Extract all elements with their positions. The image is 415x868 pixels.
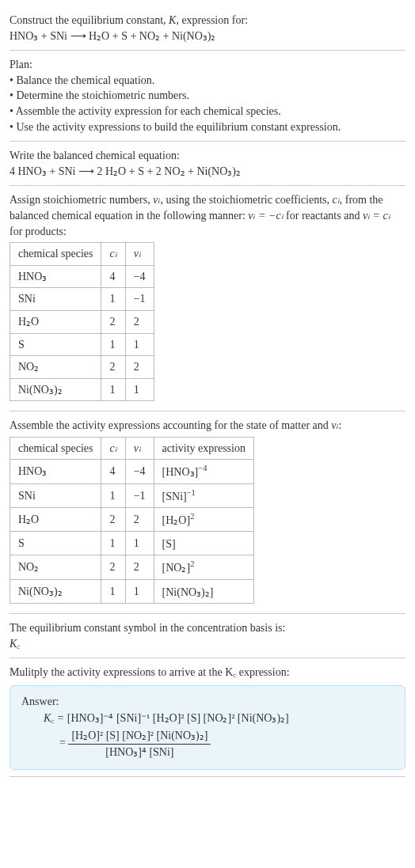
plan-item: • Assemble the activity expression for e… [10,104,405,119]
plan-heading: Plan: [10,57,405,73]
assemble-section: Assemble the activity expressions accoun… [10,411,405,614]
cell: 2 [125,555,154,579]
answer-flat: [HNO₃]⁻⁴ [SNi]⁻¹ [H₂O]² [S] [NO₂]² [Ni(N… [67,712,289,724]
assign-text: Assign stoichiometric numbers, νᵢ, using… [10,192,405,239]
table-row: HNO₃4−4 [10,265,154,288]
balanced-section: Write the balanced chemical equation: 4 … [10,142,405,186]
answer-label: Answer: [21,694,394,710]
assign-t5: for products: [10,226,67,237]
cell: H₂O [10,507,101,531]
assemble-nu: νᵢ [331,419,338,431]
assemble-t2: : [339,419,342,431]
cell: 2 [101,356,125,379]
answer-num: [H₂O]² [S] [NO₂]² [Ni(NO₃)₂] [68,728,211,745]
cell: 1 [101,288,125,311]
cell: 1 [101,579,125,603]
assign-ci: cᵢ [333,194,340,206]
cell: 4 [101,460,125,483]
cell: −1 [125,483,154,507]
expr-base: [HNO₃] [162,466,199,478]
intro-equation: HNO₃ + SNi ⟶ H₂O + S + NO₂ + Ni(NO₃)₂ [10,28,405,44]
intro-k: K [169,14,176,26]
cell: SNi [10,288,101,311]
assign-t4: for reactants and [284,210,363,222]
stoich-table: chemical species cᵢ νᵢ HNO₃4−4 SNi1−1 H₂… [10,242,154,401]
intro-section: Construct the equilibrium constant, K, e… [10,6,405,51]
table-header-row: chemical species cᵢ νᵢ activity expressi… [10,437,254,460]
multiply-section: Mulitply the activity expressions to arr… [10,658,405,777]
th-species: chemical species [10,243,101,266]
expr-sup: −1 [187,488,196,497]
cell: 4 [101,265,125,288]
cell: 1 [125,532,154,555]
cell: Ni(NO₃)₂ [10,579,101,603]
expr-sup: 2 [190,512,194,521]
cell: S [10,333,101,356]
assign-section: Assign stoichiometric numbers, νᵢ, using… [10,186,405,411]
intro-text-1: Construct the equilibrium constant, [10,14,169,26]
assign-rel2: νᵢ = cᵢ [363,210,390,222]
cell: 1 [101,378,125,401]
expr-base: [S] [162,538,176,550]
cell: 1 [125,333,154,356]
table-row: Ni(NO₃)₂11[Ni(NO₃)₂] [10,579,254,603]
assign-t2: , using the stoichiometric coefficients, [160,194,332,206]
cell: H₂O [10,310,101,333]
balanced-equation: 4 HNO₃ + SNi ⟶ 2 H₂O + S + 2 NO₂ + Ni(NO… [10,164,405,180]
cell: [SNi]−1 [154,483,253,507]
cell: [NO₂]2 [154,555,253,579]
table-row: S11 [10,333,154,356]
cell: −1 [125,288,154,311]
cell: NO₂ [10,555,101,579]
table-row: S11[S] [10,532,254,555]
table-row: Ni(NO₃)₂11 [10,378,154,401]
cell: 1 [101,483,125,507]
table-row: SNi1−1 [10,288,154,311]
cell: HNO₃ [10,265,101,288]
cell: −4 [125,265,154,288]
plan-item: • Balance the chemical equation. [10,73,405,89]
expr-base: [SNi] [162,490,187,502]
th-nu: νᵢ [125,243,154,266]
basis-section: The equilibrium constant symbol in the c… [10,614,405,658]
intro-line: Construct the equilibrium constant, K, e… [10,13,405,28]
balanced-intro: Write the balanced chemical equation: [10,148,405,164]
table-header-row: chemical species cᵢ νᵢ [10,243,154,266]
answer-eq2: = [H₂O]² [S] [NO₂]² [Ni(NO₃)₂] [HNO₃]⁴ [… [21,728,394,760]
cell: 2 [125,507,154,531]
cell: 1 [125,579,154,603]
cell: 1 [101,333,125,356]
cell: 2 [101,555,125,579]
th-nu: νᵢ [125,437,154,460]
assemble-t1: Assemble the activity expressions accoun… [10,419,331,431]
table-row: NO₂22 [10,356,154,379]
expr-sup: −4 [198,464,207,472]
cell: S [10,532,101,555]
table-row: H₂O22[H₂O]2 [10,507,254,531]
cell: 1 [101,532,125,555]
cell: NO₂ [10,356,101,379]
cell: [H₂O]2 [154,507,253,531]
cell: 2 [101,507,125,531]
answer-box: Answer: K꜀ = [HNO₃]⁻⁴ [SNi]⁻¹ [H₂O]² [S]… [10,685,405,770]
expr-base: [NO₂] [162,562,191,574]
plan-section: Plan: • Balance the chemical equation. •… [10,51,405,142]
plan-item: • Determine the stoichiometric numbers. [10,88,405,104]
th-activity: activity expression [154,437,253,460]
table-row: NO₂22[NO₂]2 [10,555,254,579]
cell: [Ni(NO₃)₂] [154,579,253,603]
table-row: H₂O22 [10,310,154,333]
cell: −4 [125,460,154,483]
cell: 2 [101,310,125,333]
cell: 1 [125,378,154,401]
cell: [S] [154,532,253,555]
th-ci: cᵢ [101,243,125,266]
basis-symbol: K꜀ [10,636,405,652]
assign-t1: Assign stoichiometric numbers, [10,194,153,206]
table-row: HNO₃4−4[HNO₃]−4 [10,460,254,483]
activity-table: chemical species cᵢ νᵢ activity expressi… [10,437,254,604]
th-ci: cᵢ [101,437,125,460]
cell: 2 [125,356,154,379]
intro-text-1b: , expression for: [176,14,248,26]
answer-lhs: K꜀ = [44,712,67,724]
